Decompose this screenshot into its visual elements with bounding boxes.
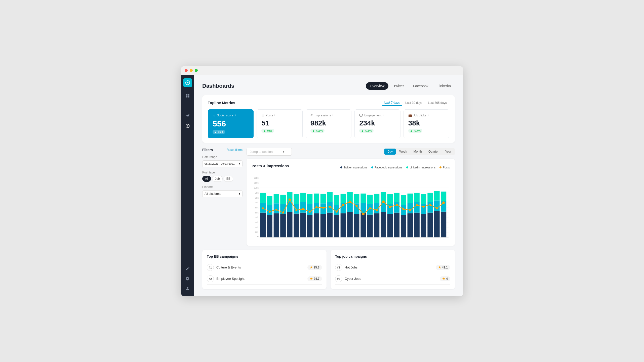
- bar-segment: [294, 204, 299, 213]
- post-type-buttons: All Job EB: [202, 176, 243, 182]
- metric-impressions-badge: ▲+13%: [310, 129, 325, 133]
- eb-campaign-rank-1: #1: [207, 264, 214, 271]
- metric-engagement-value: 234k: [359, 119, 395, 127]
- svg-text:70k: 70k: [255, 201, 259, 204]
- posts-dot: [269, 210, 271, 212]
- bar-segment: [347, 212, 353, 237]
- bar-segment: [421, 194, 426, 203]
- post-type-job[interactable]: Job: [212, 176, 222, 182]
- time-tab-30days[interactable]: Last 30 days: [403, 100, 425, 106]
- post-type-all[interactable]: All: [202, 176, 211, 182]
- bar-segment: [401, 215, 406, 237]
- bar-segment: [341, 194, 346, 203]
- posts-dot: [409, 209, 411, 211]
- sidebar-item-compose[interactable]: [183, 264, 192, 273]
- jump-to-section-dropdown[interactable]: Jump to section ▾: [247, 148, 292, 156]
- bar-segment: [354, 214, 359, 237]
- posts-dot: [423, 206, 425, 208]
- svg-text:50k: 50k: [255, 211, 259, 214]
- time-tab-365days[interactable]: Last 365 days: [425, 100, 449, 106]
- period-quarter[interactable]: Quarter: [425, 149, 442, 155]
- traffic-light-yellow[interactable]: [190, 69, 193, 72]
- metric-job-clicks: 💼 Job clicks ℹ 38k ▲+17%: [404, 109, 449, 138]
- sidebar-item-publish[interactable]: [183, 111, 192, 120]
- svg-text:9/20: 9/20: [421, 239, 426, 240]
- tab-twitter[interactable]: Twitter: [389, 82, 408, 90]
- svg-text:9/14: 9/14: [381, 239, 385, 240]
- period-day[interactable]: Day: [384, 149, 396, 155]
- tab-linkedin[interactable]: LinkedIn: [433, 82, 455, 90]
- metrics-title: Topline Metrics: [208, 101, 235, 105]
- sidebar-item-content[interactable]: [183, 91, 192, 100]
- job-campaigns-card: Top job campaigns #1 Hot Jobs ★ 41.1 #2 …: [331, 250, 455, 289]
- time-tab-7days[interactable]: Last 7 days: [382, 100, 402, 106]
- posts-dot: [322, 207, 324, 209]
- bar-segment: [314, 213, 319, 237]
- metric-job-clicks-badge: ▲+17%: [408, 129, 422, 133]
- bar-segment: [374, 213, 380, 237]
- svg-text:0: 0: [257, 235, 259, 238]
- browser-window: Dashboards Overview Twitter Facebook Lin…: [181, 66, 463, 296]
- bar-segment: [434, 211, 440, 237]
- app-logo[interactable]: [183, 78, 192, 87]
- eb-campaign-name-1: Culture & Events: [216, 265, 305, 269]
- star-icon: ★: [438, 266, 441, 269]
- bar-segment: [314, 193, 319, 203]
- traffic-light-green[interactable]: [195, 69, 198, 72]
- reset-filters-link[interactable]: Reset filters: [227, 148, 243, 152]
- tab-overview[interactable]: Overview: [366, 82, 388, 90]
- svg-text:9/8: 9/8: [342, 239, 345, 240]
- metric-social-score-label: ☺ Social score ℹ: [213, 114, 249, 117]
- bar-segment: [307, 204, 313, 215]
- bar-segment: [374, 194, 380, 203]
- metric-impressions-label: 👁 Impressions ℹ: [310, 114, 347, 117]
- eb-campaigns-card: Top EB campaigns #1 Culture & Events ★ 2…: [202, 250, 327, 289]
- bar-segment: [260, 212, 266, 237]
- legend-facebook-dot: [371, 166, 373, 168]
- posts-dot: [403, 208, 405, 210]
- svg-text:100k: 100k: [254, 187, 259, 189]
- svg-text:8/30: 8/30: [281, 239, 285, 240]
- period-year[interactable]: Year: [442, 149, 454, 155]
- bar-segment: [320, 203, 326, 214]
- posts-dot: [282, 211, 284, 213]
- job-campaign-rank-1: #1: [335, 264, 342, 271]
- metric-social-score-value: 556: [213, 119, 249, 128]
- bar-segment: [341, 213, 346, 237]
- svg-text:30k: 30k: [255, 221, 259, 224]
- sidebar-item-analytics[interactable]: [183, 121, 192, 130]
- bar-segment: [394, 193, 399, 202]
- svg-point-1: [187, 82, 188, 83]
- metric-impressions-value: 982k: [310, 119, 347, 127]
- bar-segment: [414, 212, 420, 237]
- post-type-eb[interactable]: EB: [224, 176, 233, 182]
- posts-dot: [396, 204, 398, 206]
- posts-dot-peak: [289, 198, 291, 201]
- eb-campaign-score-1: ★ 25.3: [307, 265, 322, 270]
- sidebar-item-user[interactable]: [183, 284, 192, 293]
- sidebar-item-library[interactable]: [183, 101, 192, 110]
- content-row: Filters Reset filters Date range 08/27/2…: [202, 148, 455, 246]
- date-range-filter: Date range 08/27/2021 - 09/23/2021 ▾: [202, 155, 243, 167]
- period-month[interactable]: Month: [411, 149, 425, 155]
- bar-segment: [421, 204, 426, 214]
- posts-dot: [356, 205, 358, 207]
- date-range-input[interactable]: 08/27/2021 - 09/23/2021 ▾: [202, 160, 243, 167]
- posts-dot: [429, 204, 431, 206]
- legend-facebook: Facebook impressions: [371, 166, 402, 169]
- bar-segment: [294, 194, 299, 203]
- chart-area: Jump to section ▾ Day Week Month Quarter…: [247, 148, 455, 246]
- platform-label: Platform: [202, 185, 243, 189]
- period-week[interactable]: Week: [396, 149, 410, 155]
- svg-rect-2: [186, 94, 187, 96]
- filters-header: Filters Reset filters: [202, 148, 243, 152]
- sidebar-item-settings[interactable]: [183, 274, 192, 283]
- svg-rect-4: [186, 96, 187, 97]
- legend-linkedin-dot: [406, 166, 408, 168]
- platform-select[interactable]: All platforms ▾: [202, 190, 243, 197]
- traffic-light-red[interactable]: [185, 69, 188, 72]
- bar-segment: [274, 203, 279, 213]
- metric-social-score-badge: ▲+6%: [213, 130, 225, 134]
- tab-facebook[interactable]: Facebook: [409, 82, 432, 90]
- bar-segment: [408, 213, 413, 237]
